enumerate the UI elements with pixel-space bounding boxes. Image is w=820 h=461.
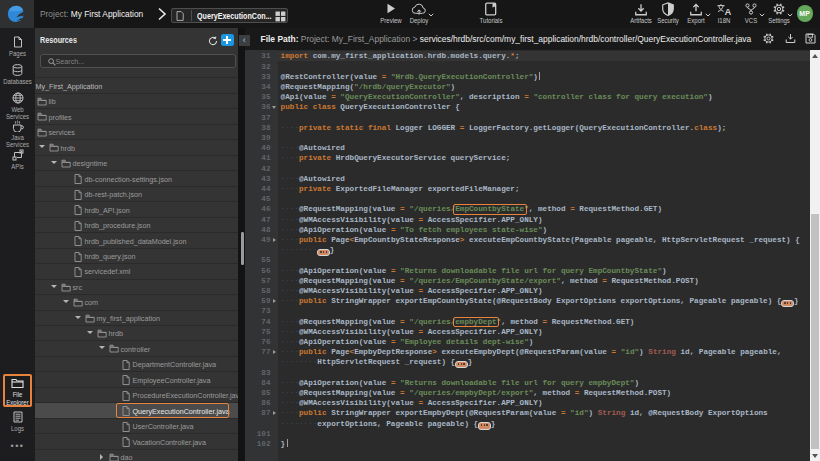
svg-text:A: A [724,6,731,16]
